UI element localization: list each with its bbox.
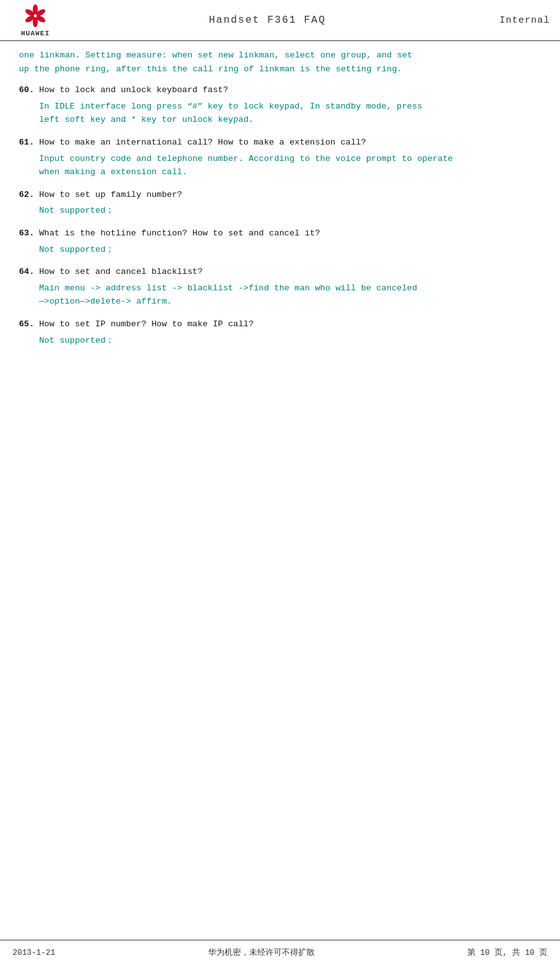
- faq-answer: Main menu -> address list -> blacklist -…: [39, 281, 541, 309]
- faq-question: 60. How to lock and unlock keyboard fast…: [19, 83, 541, 97]
- faq-question: 61. How to make an international call? H…: [19, 136, 541, 150]
- faq-number: 60.: [19, 83, 39, 97]
- footer-page-info: 第 10 页, 共 10 页: [467, 947, 547, 958]
- faq-item: 60. How to lock and unlock keyboard fast…: [19, 83, 541, 127]
- faq-item: 61. How to make an international call? H…: [19, 136, 541, 179]
- faq-item: 64. How to set and cancel blacklist?Main…: [19, 265, 541, 309]
- faq-item: 65. How to set IP number? How to make IP…: [19, 317, 541, 347]
- intro-line: one linkman. Setting measure: when set n…: [19, 50, 412, 74]
- header-title: Handset F361 FAQ: [61, 15, 474, 26]
- faq-answer: Not supported；: [39, 243, 541, 257]
- page-footer: 2013-1-21 华为机密，未经许可不得扩散 第 10 页, 共 10 页: [0, 940, 560, 965]
- faq-question: 63. What is the hotline function? How to…: [19, 227, 541, 240]
- faq-question-text: How to set up family number?: [39, 188, 182, 202]
- faq-number: 64.: [19, 265, 39, 279]
- faq-list: 60. How to lock and unlock keyboard fast…: [19, 83, 541, 347]
- faq-number: 62.: [19, 188, 39, 202]
- faq-question-text: How to set and cancel blacklist?: [39, 265, 202, 279]
- huawei-logo-icon: [20, 3, 50, 28]
- faq-number: 63.: [19, 227, 39, 240]
- faq-answer: Not supported；: [39, 334, 541, 348]
- faq-question: 62. How to set up family number?: [19, 188, 541, 202]
- logo-container: HUAWEI: [10, 3, 61, 37]
- faq-answer: Input country code and telephone number.…: [39, 152, 541, 179]
- logo-text: HUAWEI: [21, 30, 50, 37]
- header-internal: Internal: [474, 15, 550, 26]
- page-header: HUAWEI Handset F361 FAQ Internal: [0, 0, 560, 41]
- faq-item: 62. How to set up family number?Not supp…: [19, 188, 541, 218]
- faq-item: 63. What is the hotline function? How to…: [19, 227, 541, 256]
- faq-question-text: What is the hotline function? How to set…: [39, 227, 320, 240]
- footer-date: 2013-1-21: [13, 949, 55, 957]
- page-content: one linkman. Setting measure: when set n…: [0, 41, 560, 406]
- faq-question-text: How to lock and unlock keyboard fast?: [39, 83, 228, 97]
- faq-question: 64. How to set and cancel blacklist?: [19, 265, 541, 279]
- faq-answer: Not supported；: [39, 204, 541, 218]
- intro-text: one linkman. Setting measure: when set n…: [19, 49, 541, 76]
- faq-question-text: How to set IP number? How to make IP cal…: [39, 317, 254, 331]
- footer-confidential: 华为机密，未经许可不得扩散: [208, 947, 315, 958]
- faq-number: 61.: [19, 136, 39, 150]
- faq-number: 65.: [19, 317, 39, 331]
- faq-question: 65. How to set IP number? How to make IP…: [19, 317, 541, 331]
- faq-answer: In IDLE interface long press “#” key to …: [39, 100, 541, 127]
- faq-question-text: How to make an international call? How t…: [39, 136, 366, 150]
